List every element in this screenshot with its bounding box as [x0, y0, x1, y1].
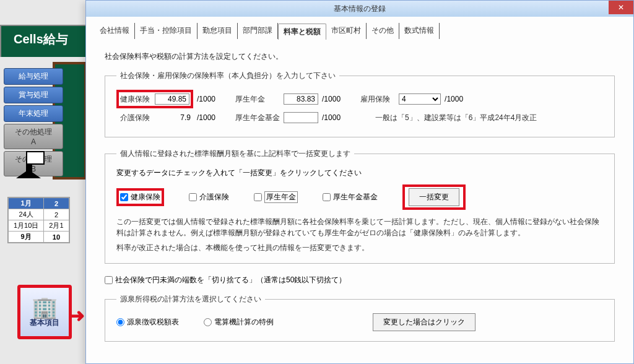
tab-city[interactable]: 市区町村	[326, 23, 367, 39]
dialog-tabs: 会社情報 手当・控除項目 勤怠項目 部門部課 料率と税額 市区町村 その他 数式…	[86, 17, 633, 39]
radio-gensen[interactable]: 源泉徴収税額表	[116, 317, 179, 327]
batch-change-button[interactable]: 一括変更	[409, 188, 459, 206]
kenpo-label: 健康保険	[120, 94, 155, 105]
per1000-4: /1000	[197, 113, 215, 122]
tab-company[interactable]: 会社情報	[95, 23, 135, 39]
bg-btn-nenmatsu[interactable]: 年末処理	[4, 105, 63, 122]
bg-basic-item-label: 基本項目	[30, 318, 59, 328]
tax-legend: 源泉所得税の計算方法を選択してください	[116, 294, 265, 305]
chk-kaigo-box[interactable]	[189, 193, 197, 201]
basic-info-dialog: 基本情報の登録 ✕ 会社情報 手当・控除項目 勤怠項目 部門部課 料率と税額 市…	[85, 0, 634, 364]
bg-basic-item-button[interactable]: 🏢 基本項目	[17, 285, 72, 339]
building-icon: 🏢	[32, 297, 58, 318]
bg-btn-shoyo[interactable]: 賞与処理	[4, 87, 63, 103]
radio-densan-label: 電算機計算の特例	[214, 317, 274, 327]
chk-rounding[interactable]: 社会保険で円未満の端数を「切り捨てる」（通常は50銭以下切捨て）	[105, 275, 346, 285]
batch-desc-2: 料率が改正された場合は、本機能を使って社員の情報を一括変更できます。	[116, 242, 603, 253]
bg-btn-other-a[interactable]: その他処理A	[4, 124, 63, 149]
chk-kaigo[interactable]: 介護保険	[189, 192, 229, 202]
kikin-input[interactable]	[284, 112, 318, 123]
bg-mini-table: 1月2 24人2 1月10日2月1 9月10	[7, 197, 70, 243]
chk-rounding-box[interactable]	[105, 276, 113, 284]
kousei-label: 厚生年金	[235, 94, 280, 105]
per1000-3: /1000	[445, 95, 463, 103]
chk-kikin-label: 厚生年金基金	[333, 192, 378, 202]
koyou-note: 一般は「5」、建設業等は「6」平成24年4月改正	[375, 113, 537, 123]
radio-gensen-input[interactable]	[116, 318, 124, 326]
kaigo-input[interactable]	[158, 112, 193, 123]
chk-kousei[interactable]: 厚生年金	[254, 191, 298, 203]
dialog-title: 基本情報の登録	[334, 4, 386, 14]
page-instruction: 社会保険料率や税額の計算方法を設定してください。	[105, 51, 615, 62]
insurance-rates-legend: 社会保険・雇用保険の保険料率（本人負担分）を入力して下さい	[116, 71, 339, 81]
batch-legend: 個人情報に登録された標準報酬月額を基に上記料率で一括変更します	[116, 149, 354, 159]
chk-kikin[interactable]: 厚生年金基金	[323, 192, 378, 202]
batch-instruction: 変更するデータにチェックを入れて「一括変更」をクリックしてください	[116, 168, 603, 178]
batch-desc-1: この一括変更では個人情報で登録された標準報酬月額に各社会保険料率を乗じて一括計算…	[116, 216, 603, 238]
tab-dept[interactable]: 部門部課	[238, 23, 278, 39]
tab-rate-tax[interactable]: 料率と税額	[278, 24, 326, 40]
kaigo-label: 介護保険	[120, 113, 155, 123]
radio-densan[interactable]: 電算機計算の特例	[204, 317, 274, 327]
bg-slide-image	[11, 151, 45, 180]
dialog-close-button[interactable]: ✕	[609, 1, 633, 14]
per1000-5: /1000	[322, 113, 341, 122]
chk-kenpo-box[interactable]	[120, 193, 128, 201]
close-icon: ✕	[618, 3, 624, 12]
kousei-input[interactable]	[284, 93, 318, 105]
chk-kousei-label: 厚生年金	[264, 191, 298, 203]
insurance-rates-group: 社会保険・雇用保険の保険料率（本人負担分）を入力して下さい 健康保険 /1000…	[105, 71, 615, 137]
chk-rounding-label: 社会保険で円未満の端数を「切り捨てる」（通常は50銭以下切捨て）	[115, 275, 346, 285]
tax-method-group: 源泉所得税の計算方法を選択してください 源泉徴収税額表 電算機計算の特例 変更し…	[105, 294, 615, 342]
kenpo-input[interactable]	[155, 93, 189, 105]
bg-btn-kyuyo[interactable]: 給与処理	[4, 68, 63, 85]
chk-kaigo-label: 介護保険	[199, 192, 229, 202]
tax-changed-button[interactable]: 変更した場合はクリック	[373, 313, 476, 331]
tab-kintai[interactable]: 勤怠項目	[198, 23, 238, 39]
chk-kousei-box[interactable]	[254, 193, 262, 201]
tab-allowance[interactable]: 手当・控除項目	[135, 23, 198, 39]
chk-kenpo-label: 健康保険	[131, 192, 160, 202]
per1000-1: /1000	[197, 95, 215, 103]
tab-other[interactable]: その他	[367, 23, 399, 39]
radio-densan-input[interactable]	[204, 318, 212, 326]
batch-change-group: 個人情報に登録された標準報酬月額を基に上記料率で一括変更します 変更するデータに…	[105, 149, 615, 264]
tab-formula[interactable]: 数式情報	[399, 23, 440, 39]
per1000-2: /1000	[322, 95, 341, 103]
radio-gensen-label: 源泉徴収税額表	[127, 317, 179, 327]
chk-kikin-box[interactable]	[323, 193, 331, 201]
chk-kenpo[interactable]: 健康保険	[120, 192, 160, 202]
koyou-label: 雇用保険	[360, 94, 395, 105]
kikin-label: 厚生年金基金	[235, 113, 280, 123]
dialog-title-bar: 基本情報の登録 ✕	[86, 1, 633, 17]
arrow-icon: ➜	[69, 305, 85, 326]
koyou-select[interactable]: 4	[399, 93, 441, 105]
